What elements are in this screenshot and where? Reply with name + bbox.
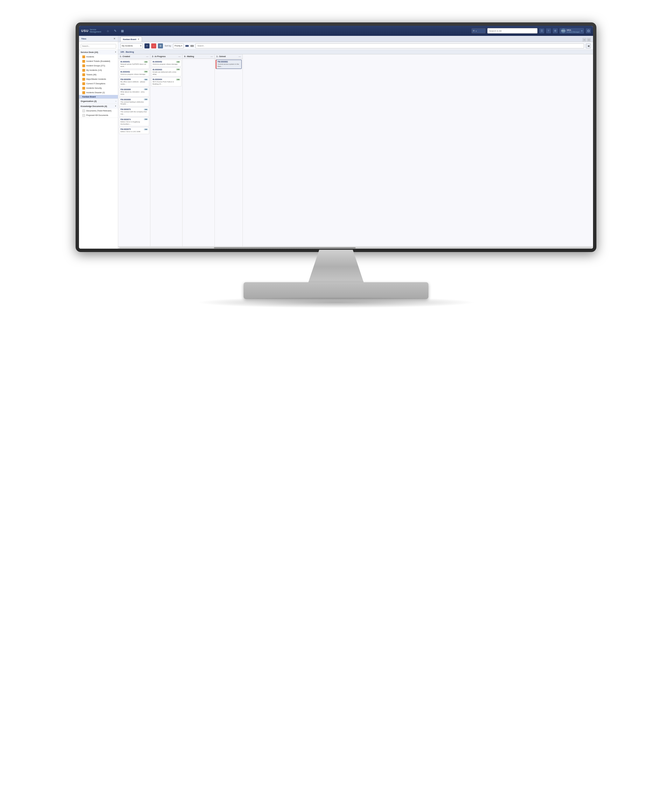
monitor-outer: USU Service Management ⌂ ✎ ▦ ⊞▾ ☰ ? [76,22,596,252]
sidebar-item-major-incidents[interactable]: Major/Master Incidents [79,77,118,82]
card-desc: Emails are delivered with a time delay [153,71,180,76]
app-chrome: USU Service Management ⌂ ✎ ▦ ⊞▾ ☰ ? [79,26,593,249]
scrollbar-thumb[interactable] [214,247,356,248]
card-FM-0000062[interactable]: FM-0000062 Central access system in the … [216,60,242,69]
card-IN-0000404[interactable]: IN-0000404 2M Wi-Fi Access Point Failure… [151,77,181,87]
card-FM-0000075[interactable]: FM-0000075 3M Defect / Error in LOC-1006 [119,127,149,134]
ticket-icon-3 [82,65,85,67]
window-max-btn[interactable]: □ [587,38,591,42]
card-FM-0000074[interactable]: FM-0000074 3M Defect / Error in Augsburg… [119,117,149,126]
card-id: FM-0000075 [120,128,131,130]
card-badge: 2M [176,68,180,70]
scrollbar-track[interactable] [119,247,592,248]
card-id: IN-0000404 [153,78,162,80]
edit-icon[interactable]: ✎ [112,28,118,34]
avatar: WEA [561,29,566,33]
card-badge: 3M [144,99,148,100]
sidebar-section-header-knowledge[interactable]: Knowledge Documents (4) ▾ [79,104,118,109]
card-desc: My office seat is defectiv - please repl… [120,81,148,85]
sidebar-section-service-desk: Service Desk (10) ▾ Incidents Incident T… [79,50,118,99]
column-collapse-created[interactable]: — [146,55,148,58]
tab-kanban-board[interactable]: Kanban Board ✕ [120,37,142,42]
remove-btn[interactable]: − [151,43,156,48]
column-collapse-solved[interactable]: — [239,55,241,58]
global-search-input[interactable] [487,28,537,34]
sidebar-item-tickets-all[interactable]: Tickets (All) [79,73,118,77]
kanban-column-waiting: 8 - Waiting — [182,54,215,246]
column-title-waiting: 8 - Waiting [184,55,194,57]
sidebar-item-proposed-kb[interactable]: Proposed KB Documents [79,113,118,118]
sidebar-item-incidents[interactable]: Incidents [79,55,118,59]
kanban-search-input[interactable] [195,43,584,48]
sort-count2-badge: 4 [190,45,194,47]
sort-dropdown[interactable]: Priority ▾ [173,43,184,48]
user-role: Incident Manager [567,31,580,33]
window-min-btn[interactable]: ─ [582,38,586,42]
card-badge: 2M [176,78,180,80]
organization-label: Organization (2) [81,100,97,102]
card-FM-0000058[interactable]: FM-0000058 3M My office seat is defectiv… [119,77,149,87]
card-id: FM-0000068 [120,99,131,101]
ticket-icon-5 [82,73,85,76]
sidebar-item-my-incidents[interactable]: My Incidents (1/4) [79,68,118,73]
help-btn[interactable]: ? [546,28,551,33]
collapse-panel-btn[interactable]: ◀ [586,43,591,48]
card-id: FM-0000058 [120,78,131,80]
card-badge: 3M [144,89,148,90]
sidebar-item-current-it[interactable]: Current IT Disruptions [79,82,118,86]
card-id: IN-0000451 [120,61,130,63]
knowledge-label: Knowledge Documents (4) [81,105,107,107]
backlog-header: 109 - Backlog [118,50,593,54]
user-area[interactable]: WEA WEA Incident Manager ▾ [559,28,584,34]
home-icon[interactable]: ⌂ [105,28,111,34]
add-btn[interactable]: + [145,43,150,48]
settings-toolbar-btn[interactable]: ⚙ [158,43,163,48]
knowledge-arrow: ▾ [115,105,116,107]
card-IN-0000451[interactable]: IN-0000451 2M Network printer DyP0254 do… [119,60,149,69]
sidebar-search-input[interactable] [81,44,116,48]
tab-close-btn[interactable]: ✕ [138,38,140,41]
chevron-down-icon: ▾ [140,45,142,47]
sidebar-item-kanban-board[interactable]: Kanban Board [79,95,118,99]
ticket-icon-2 [82,60,85,63]
sidebar-item-incident-groups[interactable]: Incident Groups (271) [79,63,118,68]
sidebar-item-incidents-security[interactable]: Incidents Security [79,86,118,90]
kanban-column-in-progress: 2 - In Progress — IN-0000452 2M Antiviru [150,54,182,246]
sort-field-label: Priority [174,45,181,47]
sidebar-section-header-organization[interactable]: Organization (2) › [79,99,118,104]
sidebar-section-knowledge: Knowledge Documents (4) ▾ Documents (Tic… [79,104,118,118]
doc-icon-2 [82,114,85,117]
chart-icon[interactable]: ▦ [119,28,125,34]
card-FM-0000070[interactable]: FM-0000070 3M The contract with the comp… [119,107,149,116]
column-collapse-waiting[interactable]: — [211,55,213,58]
sidebar-close-btn[interactable]: ✕ [113,37,116,40]
sidebar-section-organization: Organization (2) › [79,99,118,104]
sidebar-section-header-service-desk[interactable]: Service Desk (10) ▾ [79,50,118,55]
card-IN-0000403[interactable]: IN-0000403 2M Emails are delivered with … [151,68,181,77]
ticket-icon [82,55,85,58]
sidebar-item-incidents-disaster[interactable]: Incidents Disaster (2) [79,90,118,95]
card-FM-0000068[interactable]: FM-0000068 3M The central heating is def… [119,97,149,107]
sidebar-item-incident-escalated[interactable]: Incident Tickets (Escalated) [79,59,118,63]
service-desk-label: Service Desk (10) [81,51,98,53]
card-id: IN-0000452 [153,61,162,63]
logo-area: USU Service Management [81,29,101,33]
my-incidents-dropdown[interactable]: My Incidents ▾ [120,43,143,48]
card-id: FM-0000074 [120,118,131,120]
scope-selector[interactable]: ⊞▾ [471,28,486,33]
sidebar-item-docs-ticket[interactable]: Documents (Ticket Relevant) [79,109,118,113]
card-FM-0000066[interactable]: FM-0000066 3M What about my relocation -… [119,87,149,97]
card-id: IN-0000452 [120,71,130,73]
chevron-down-icon-2: ▾ [181,45,182,47]
logout-btn[interactable]: ⏻ [586,28,591,33]
notifications-btn[interactable]: ☰ [539,28,544,33]
card-IN-0000452-ip[interactable]: IN-0000452 2M Antivirus program shows da… [151,60,181,67]
kanban-cards-in-progress: IN-0000452 2M Antivirus program shows da… [150,59,182,246]
column-collapse-in-progress[interactable]: — [178,55,181,58]
kanban-area: Kanban Board ✕ ─ □ My Incidents ▾ + [118,36,593,249]
card-desc: Antivirus program shows damage [153,63,180,65]
settings-btn[interactable]: ⚙ [553,28,558,33]
card-desc: Antivirus program shows damage [120,73,148,76]
card-badge: 3M [144,109,148,110]
card-IN-0000452-c[interactable]: IN-0000452 2M Antivirus program shows da… [119,70,149,77]
